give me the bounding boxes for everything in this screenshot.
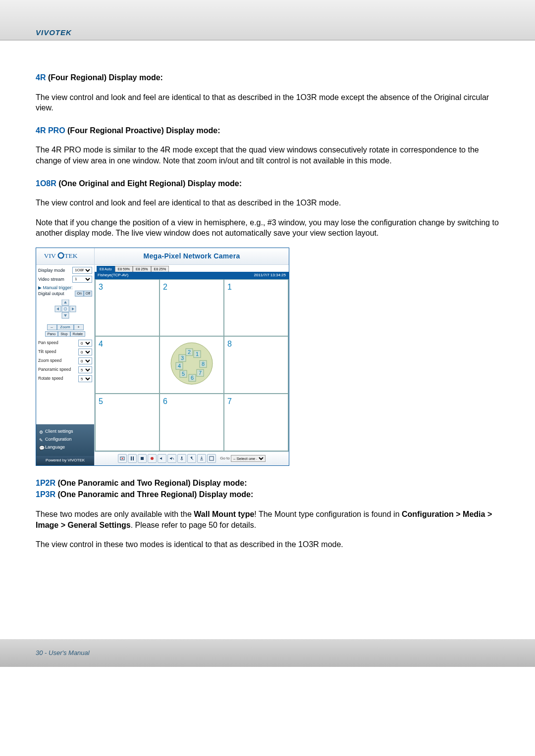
chat-icon: 💬 (39, 445, 43, 449)
para-4r: The view control and look and feel are i… (36, 92, 499, 113)
digital-output-label: Digital output (38, 291, 64, 297)
display-mode-label: Display mode (38, 267, 65, 273)
stream-mode: Fisheye(TCP-AV) (98, 273, 128, 278)
grid-cell-7[interactable]: 7 (224, 394, 288, 451)
rotate-speed-select[interactable]: 5 (78, 375, 92, 382)
stop-button[interactable] (138, 454, 147, 463)
digital-off-button[interactable]: Off (84, 291, 92, 297)
grid-cell-5[interactable]: 5 (95, 394, 160, 451)
snapshot-button[interactable] (118, 454, 127, 463)
tilt-speed-label: Tilt speed (38, 349, 56, 354)
manual-trigger-label: Manual trigger: (43, 285, 73, 290)
svg-point-27 (122, 458, 123, 459)
grid-cell-1[interactable]: 1 (224, 279, 288, 337)
volume-up-button[interactable] (158, 454, 166, 463)
preset-tab-3[interactable]: E8 25% (133, 266, 151, 272)
grid-cell-8[interactable]: 8 (224, 336, 288, 394)
footer-band: 30 - User's Manual (0, 639, 535, 667)
pause-button[interactable] (128, 454, 137, 463)
stream-info-bar: Fisheye(TCP-AV) 2011/7/7 13:34:25 (95, 272, 289, 279)
heading-1p2r-code: 1P2R (36, 479, 55, 487)
client-settings-link[interactable]: ⚙Client settings (39, 428, 91, 434)
ptz-joystick[interactable] (38, 300, 92, 323)
video-stream-label: Video stream (38, 276, 64, 282)
svg-text:8: 8 (202, 361, 205, 367)
svg-text:5: 5 (182, 371, 185, 377)
svg-rect-28 (131, 456, 132, 460)
svg-point-31 (151, 457, 154, 460)
svg-text:4: 4 (178, 363, 181, 369)
grid-cell-original[interactable]: 1 2 3 4 5 6 7 8 (160, 336, 224, 394)
heading-1p3r-rest: (One Panoramic and Three Regional) Displ… (55, 490, 253, 499)
pan-speed-label: Pan speed (38, 340, 58, 346)
heading-1p3r-code: 1P3R (36, 490, 55, 499)
language-link[interactable]: 💬Language (39, 444, 91, 450)
heading-4rpro: 4R PRO (Four Regional Proactive) Display… (36, 125, 499, 136)
heading-4rpro-code: 4R PRO (36, 126, 65, 135)
zoom-speed-select[interactable]: 0 (78, 357, 92, 364)
heading-4rpro-rest: (Four Regional Proactive) Display mode: (65, 126, 220, 135)
heading-1o8r-rest: (One Original and Eight Regional) Displa… (56, 179, 242, 188)
svg-text:TEK: TEK (64, 252, 77, 260)
configuration-link[interactable]: ✎Configuration (39, 436, 91, 442)
zoom-out-button[interactable]: – (47, 324, 57, 330)
mute-button[interactable] (167, 454, 176, 463)
header-band: Vivotek (0, 0, 535, 41)
record-button[interactable] (148, 454, 157, 463)
svg-point-1 (58, 253, 63, 258)
para-wallmount-1: These two modes are only available with … (36, 509, 499, 530)
heading-4r-rest: (Four Regional) Display mode: (46, 73, 162, 82)
preset-tab-1[interactable]: E8 Auto (97, 266, 115, 272)
video-stream-select[interactable]: 1 (72, 276, 92, 283)
pano-tab[interactable]: Pano (45, 331, 58, 337)
grid-cell-6[interactable]: 6 (160, 394, 224, 451)
download-button[interactable] (197, 454, 206, 463)
digital-on-button[interactable]: On (75, 291, 83, 297)
grid-cell-3[interactable]: 3 (95, 279, 160, 337)
playback-bar: Go to – Select one – (95, 452, 289, 465)
para-4rpro: The 4R PRO mode is similar to the 4R mod… (36, 145, 499, 166)
tilt-speed-select[interactable]: 0 (78, 349, 92, 355)
preset-tab-2[interactable]: E8 59% (115, 266, 133, 272)
fullscreen-button[interactable] (207, 454, 216, 463)
embedded-ui: VIVTEK Display mode 1O8R Video stream 1 … (36, 248, 289, 466)
para-wallmount-2: The view control in these two modes is i… (36, 539, 499, 550)
mic-up-button[interactable] (177, 454, 186, 463)
heading-1p3r: 1P3R (One Panoramic and Three Regional) … (36, 489, 499, 500)
rotate-tab[interactable]: Rotate (70, 331, 86, 337)
goto-select[interactable]: – Select one – (231, 455, 266, 462)
svg-rect-33 (181, 456, 182, 459)
svg-text:3: 3 (181, 355, 184, 361)
brand-text: Vivotek (36, 28, 72, 40)
pan-speed-select[interactable]: 0 (78, 340, 92, 347)
zoom-speed-label: Zoom speed (38, 358, 61, 363)
preset-tabs: E8 Auto E8 59% E8 25% E8 25% (95, 266, 289, 272)
powered-by: Powered by VIVOTEK (36, 456, 94, 465)
svg-text:7: 7 (199, 370, 202, 376)
grid-cell-2[interactable]: 2 (160, 279, 224, 337)
svg-point-8 (64, 307, 67, 310)
panoramic-speed-select[interactable]: 5 (78, 366, 92, 373)
mic-mute-button[interactable] (187, 454, 196, 463)
stop-tab[interactable]: Stop (58, 331, 70, 337)
heading-4r: 4R (Four Regional) Display mode: (36, 72, 499, 83)
svg-line-32 (172, 457, 174, 459)
grid-cell-4[interactable]: 4 (95, 336, 160, 394)
camera-title-bar: Mega-Pixel Network Camera (95, 248, 289, 265)
heading-1o8r: 1O8R (One Original and Eight Regional) D… (36, 178, 499, 189)
svg-rect-29 (133, 456, 134, 460)
svg-text:1: 1 (196, 351, 199, 357)
zoom-in-button[interactable]: + (74, 324, 84, 330)
hemisphere-icon: 1 2 3 4 5 6 7 8 (168, 340, 215, 390)
logo: VIVTEK (36, 248, 94, 265)
preset-tab-4[interactable]: E8 25% (151, 266, 169, 272)
document-body: 4R (Four Regional) Display mode: The vie… (0, 41, 535, 550)
svg-rect-30 (141, 457, 144, 460)
display-mode-select[interactable]: 1O8R (72, 267, 92, 274)
svg-rect-36 (210, 456, 214, 460)
video-grid: 3 2 1 4 1 2 3 (95, 279, 289, 452)
panoramic-speed-label: Panoramic speed (38, 367, 71, 372)
para-1o8r-2: Note that if you change the position of … (36, 217, 499, 239)
rotate-speed-label: Rotate speed (38, 376, 63, 381)
footer-text: 30 - User's Manual (36, 649, 90, 656)
